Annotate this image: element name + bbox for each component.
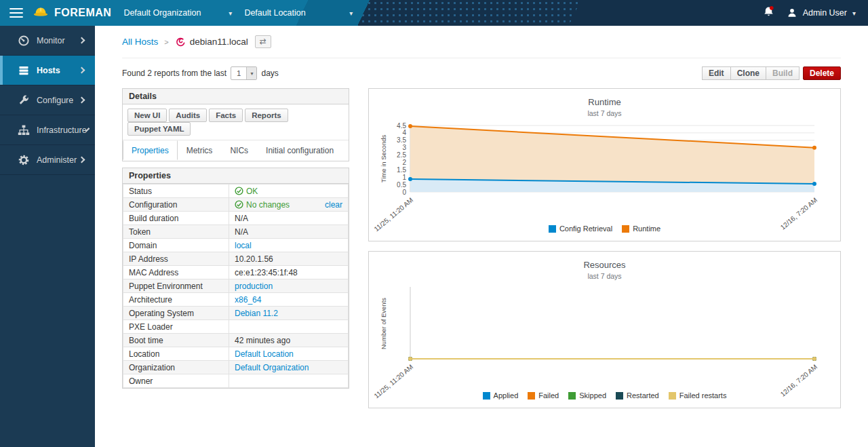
svg-text:Time in Seconds: Time in Seconds <box>380 135 387 183</box>
svg-text:1: 1 <box>402 174 406 181</box>
svg-text:1.5: 1.5 <box>397 166 406 174</box>
new-ui-button[interactable]: New UI <box>127 109 167 122</box>
server-icon <box>18 64 30 77</box>
reports-button[interactable]: Reports <box>245 109 288 122</box>
property-label: Operating System <box>123 307 229 320</box>
details-panel-title: Details <box>123 89 349 104</box>
days-select-value: 1 <box>231 69 246 77</box>
navbar-right: Admin User ▾ <box>763 5 856 20</box>
legend-item: Config Retrieval <box>549 225 612 233</box>
legend-swatch <box>568 392 576 400</box>
days-select[interactable]: 1 ▾ <box>231 66 257 80</box>
property-value: No changesclear <box>229 198 349 212</box>
hamburger-menu-icon[interactable] <box>9 5 23 20</box>
property-value-link[interactable]: Default Location <box>235 349 294 359</box>
property-value: Default Organization <box>229 361 349 374</box>
legend-swatch <box>528 392 535 400</box>
property-row: IP Address10.20.1.56 <box>123 252 349 266</box>
property-label: Architecture <box>123 293 229 307</box>
legend-swatch <box>616 392 623 400</box>
svg-text:0: 0 <box>402 189 406 196</box>
chevron-right-icon <box>79 157 85 163</box>
facts-button[interactable]: Facts <box>209 109 243 122</box>
property-value <box>229 374 349 388</box>
gear-icon <box>18 154 30 166</box>
property-row: Puppet Environmentproduction <box>123 279 349 293</box>
property-value: 42 minutes ago <box>229 334 349 347</box>
host-name: debian11.local <box>190 37 248 47</box>
property-value-link[interactable]: x86_64 <box>235 295 261 305</box>
puppet-yaml-button[interactable]: Puppet YAML <box>127 122 191 136</box>
details-panel: Details New UIAuditsFactsReportsPuppet Y… <box>122 88 349 161</box>
property-value: x86_64 <box>229 293 349 307</box>
property-row: Architecturex86_64 <box>123 293 349 307</box>
property-row: OrganizationDefault Organization <box>123 361 349 374</box>
audits-button[interactable]: Audits <box>169 109 207 122</box>
location-selector-label: Default Location <box>244 8 305 18</box>
property-value: Default Location <box>229 347 349 361</box>
legend-swatch <box>622 225 629 233</box>
property-row: ConfigurationNo changesclear <box>123 198 349 212</box>
user-icon <box>787 7 797 18</box>
check-circle-icon <box>235 200 243 209</box>
foreman-brand[interactable]: FOREMAN <box>33 5 111 21</box>
sidebar-item-configure[interactable]: Configure <box>0 85 95 115</box>
property-label: Status <box>123 184 229 198</box>
organization-selector[interactable]: Default Organization ▾ <box>123 8 232 18</box>
tab-initial-configuration[interactable]: Initial configuration <box>257 140 342 160</box>
check-circle-icon <box>235 187 243 195</box>
property-value-link[interactable]: Debian 11.2 <box>235 309 278 318</box>
properties-panel: Properties StatusOKConfigurationNo chang… <box>122 168 349 389</box>
tab-properties[interactable]: Properties <box>123 140 178 160</box>
property-value-link[interactable]: local <box>235 241 252 250</box>
property-label: Organization <box>123 361 229 374</box>
property-value: N/A <box>229 212 349 225</box>
status-text: No changes <box>246 200 290 210</box>
property-label: PXE Loader <box>123 320 229 334</box>
svg-text:4.5: 4.5 <box>397 122 406 130</box>
property-label: Puppet Environment <box>123 279 229 293</box>
property-label: MAC Address <box>123 266 229 279</box>
runtime-chart-subtitle: last 7 days <box>377 109 832 117</box>
tab-nics[interactable]: NICs <box>221 140 257 160</box>
chevron-right-icon <box>79 67 85 74</box>
property-value-link[interactable]: production <box>235 281 273 291</box>
runtime-chart-panel: Runtime last 7 days 00.511.522.533.544.5… <box>368 88 841 241</box>
clone-button[interactable]: Clone <box>730 66 766 80</box>
foreman-hardhat-icon <box>33 5 49 21</box>
property-label: Owner <box>123 374 229 388</box>
main-content: All Hosts > debian11.local ⇄ Found 2 rep… <box>95 26 868 447</box>
property-value: local <box>229 239 349 252</box>
sidebar-item-infrastructure[interactable]: Infrastructure <box>0 115 95 145</box>
legend-item: Failed <box>528 391 559 400</box>
debian-logo-icon <box>175 37 186 47</box>
properties-table: StatusOKConfigurationNo changesclearBuil… <box>123 184 349 388</box>
property-value: OK <box>229 184 349 198</box>
edit-button[interactable]: Edit <box>702 66 731 80</box>
user-menu[interactable]: Admin User ▾ <box>787 7 856 18</box>
report-days-text: days <box>261 69 278 78</box>
host-details-column: Details New UIAuditsFactsReportsPuppet Y… <box>122 88 349 389</box>
tab-metrics[interactable]: Metrics <box>178 140 222 160</box>
property-value-link[interactable]: Default Organization <box>235 363 309 372</box>
host-switcher-button[interactable]: ⇄ <box>255 35 271 48</box>
property-label: Token <box>123 225 229 239</box>
property-row: PXE Loader <box>123 320 349 334</box>
delete-button[interactable]: Delete <box>803 66 841 80</box>
legend-label: Skipped <box>579 391 606 400</box>
breadcrumb-current-host: debian11.local <box>175 37 248 47</box>
notifications-bell-icon[interactable] <box>763 5 774 20</box>
property-row: LocationDefault Location <box>123 347 349 361</box>
clear-link[interactable]: clear <box>325 200 342 210</box>
resources-chart-plot: Number of Events11/25, 11:20 AM12/16, 7:… <box>378 283 832 390</box>
svg-text:Number of Events: Number of Events <box>380 298 387 349</box>
sidebar-item-hosts[interactable]: Hosts <box>0 56 95 85</box>
location-selector[interactable]: Default Location ▾ <box>244 8 353 18</box>
svg-text:0.5: 0.5 <box>397 181 406 189</box>
breadcrumb-all-hosts-link[interactable]: All Hosts <box>122 37 158 47</box>
sidebar-item-administer[interactable]: Administer <box>0 145 95 175</box>
svg-text:2: 2 <box>402 159 406 166</box>
legend-item: Applied <box>483 391 519 400</box>
chevron-down-icon: ▾ <box>349 9 353 17</box>
sidebar-item-monitor[interactable]: Monitor <box>0 26 95 56</box>
